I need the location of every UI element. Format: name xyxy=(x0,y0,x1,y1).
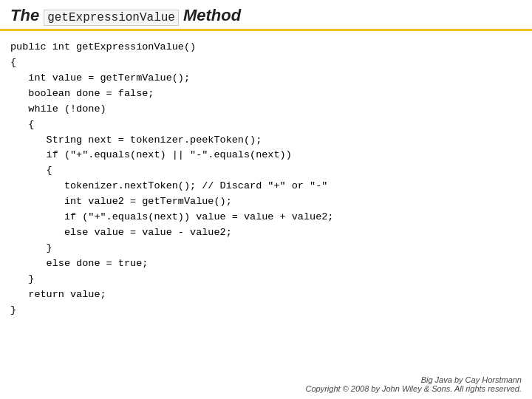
title-the: The xyxy=(10,6,39,25)
code-line: } xyxy=(10,303,522,318)
code-line: boolean done = false; xyxy=(10,86,522,102)
page-header: The getExpressionValue Method xyxy=(0,0,532,31)
code-line: else value = value - value2; xyxy=(10,225,522,241)
footer-line2: Copyright © 2008 by John Wiley & Sons. A… xyxy=(305,384,522,393)
code-line: { xyxy=(10,117,522,133)
code-line: return value; xyxy=(10,287,522,303)
footer-line1: Big Java by Cay Horstmann xyxy=(305,375,522,384)
code-line: int value2 = getTermValue(); xyxy=(10,194,522,210)
main-content: public int getExpressionValue(){ int val… xyxy=(0,31,532,318)
page-title: The getExpressionValue Method xyxy=(10,6,522,26)
code-line: } xyxy=(10,241,522,256)
code-line: if ("+".equals(next)) value = value + va… xyxy=(10,210,522,225)
code-line: int value = getTermValue(); xyxy=(10,71,522,86)
title-method-word: Method xyxy=(183,6,241,25)
title-method-mono: getExpressionValue xyxy=(44,10,179,26)
code-block: public int getExpressionValue(){ int val… xyxy=(10,40,522,318)
code-line: if ("+".equals(next) || "-".equals(next)… xyxy=(10,148,522,163)
code-line: while (!done) xyxy=(10,102,522,117)
code-line: { xyxy=(10,163,522,179)
code-line: tokenizer.nextToken(); // Discard "+" or… xyxy=(10,179,522,194)
code-line: else done = true; xyxy=(10,256,522,272)
code-line: String next = tokenizer.peekToken(); xyxy=(10,133,522,149)
footer: Big Java by Cay Horstmann Copyright © 20… xyxy=(305,375,522,393)
code-line: { xyxy=(10,55,522,71)
code-line: } xyxy=(10,272,522,287)
code-line: public int getExpressionValue() xyxy=(10,40,522,55)
